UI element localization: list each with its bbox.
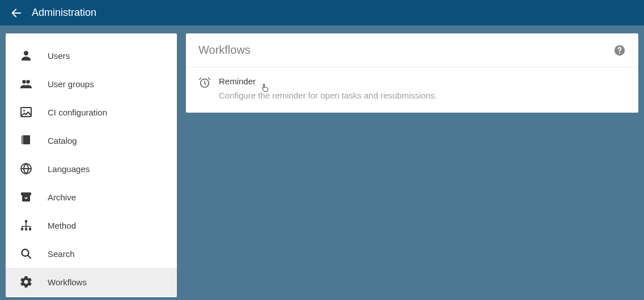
search-icon xyxy=(19,247,33,260)
panel-item-reminder[interactable]: Reminder Configure the reminder for open… xyxy=(186,67,638,113)
sidebar-item-user-groups[interactable]: User groups xyxy=(6,70,177,98)
sidebar-item-users[interactable]: Users xyxy=(6,41,177,70)
panel-item-title: Reminder xyxy=(219,76,437,86)
panel-title: Workflows xyxy=(198,44,251,57)
workflows-panel: Workflows Reminder Configure the reminde… xyxy=(186,33,638,113)
svg-rect-8 xyxy=(25,220,27,222)
sidebar-item-label: Languages xyxy=(48,164,90,174)
users-icon xyxy=(19,77,33,91)
alarm-icon xyxy=(198,76,211,89)
sidebar-item-method[interactable]: Method xyxy=(6,211,177,239)
sidebar-item-label: Archive xyxy=(48,192,76,202)
globe-icon xyxy=(19,162,33,175)
page-title: Administration xyxy=(32,7,96,19)
sidebar-item-label: Search xyxy=(48,249,75,259)
svg-point-1 xyxy=(24,51,28,55)
sidebar-item-label: Users xyxy=(48,51,70,61)
sidebar-item-archive[interactable]: Archive xyxy=(6,183,177,211)
top-bar: Administration xyxy=(0,0,644,25)
sidebar-item-label: Method xyxy=(48,221,76,230)
user-icon xyxy=(19,49,33,62)
content-area: Users User groups CI configuration Catal… xyxy=(0,25,644,300)
sidebar-item-label: Catalog xyxy=(48,136,77,145)
panel-item-description: Configure the reminder for open tasks an… xyxy=(219,91,437,100)
svg-point-2 xyxy=(22,80,26,83)
panel-item-text: Reminder Configure the reminder for open… xyxy=(219,76,437,100)
svg-rect-11 xyxy=(29,228,31,230)
sidebar-item-workflows[interactable]: Workflows xyxy=(6,268,177,296)
book-icon xyxy=(19,134,33,147)
image-icon xyxy=(19,105,33,119)
svg-point-15 xyxy=(619,52,620,53)
back-button[interactable] xyxy=(8,5,25,22)
sidebar-item-label: User groups xyxy=(48,79,94,89)
svg-point-3 xyxy=(26,80,29,83)
sidebar-item-catalog[interactable]: Catalog xyxy=(6,126,177,155)
svg-point-5 xyxy=(23,110,25,112)
panel-header: Workflows xyxy=(186,33,638,67)
main-area: Workflows Reminder Configure the reminde… xyxy=(186,33,638,297)
sidebar-item-label: CI configuration xyxy=(48,108,107,117)
hierarchy-icon xyxy=(19,218,33,232)
sidebar: Users User groups CI configuration Catal… xyxy=(6,33,177,297)
svg-rect-7 xyxy=(21,192,31,195)
svg-line-13 xyxy=(28,255,31,258)
sidebar-item-languages[interactable]: Languages xyxy=(6,155,177,183)
help-button[interactable] xyxy=(613,44,626,57)
svg-rect-10 xyxy=(25,228,27,230)
arrow-back-icon xyxy=(10,7,23,19)
archive-icon xyxy=(19,190,33,204)
svg-rect-9 xyxy=(21,228,23,230)
sidebar-item-search[interactable]: Search xyxy=(6,239,177,268)
sidebar-item-ci-configuration[interactable]: CI configuration xyxy=(6,98,177,126)
sidebar-item-label: Workflows xyxy=(48,277,87,287)
gear-icon xyxy=(19,275,33,289)
